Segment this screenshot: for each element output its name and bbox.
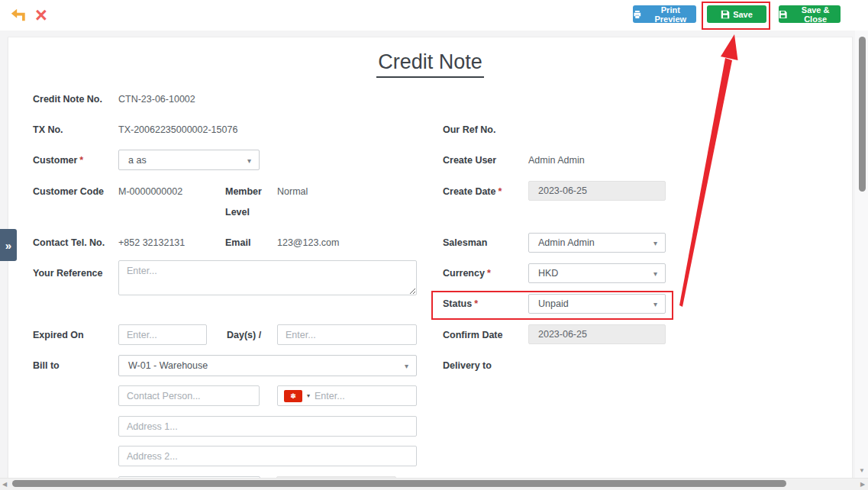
scroll-down-arrow[interactable]: ▼ — [859, 467, 865, 474]
horizontal-scrollbar-thumb[interactable] — [12, 480, 786, 487]
save-label: Save — [733, 10, 753, 19]
save-and-close-button[interactable]: Save & Close — [779, 5, 841, 23]
close-button[interactable]: × — [32, 6, 50, 24]
sidebar-expander[interactable]: » — [0, 229, 17, 261]
confirm-date-field: 2023-06-25 — [528, 324, 666, 344]
back-arrow-icon — [10, 7, 27, 24]
printer-icon — [633, 10, 642, 19]
salesman-label: Salesman — [443, 237, 487, 248]
save-and-close-label: Save & Close — [790, 5, 841, 24]
save-icon — [721, 10, 730, 19]
required-asterisk: * — [79, 155, 83, 166]
phone-placeholder: Enter... — [315, 391, 345, 401]
country-chevron-down-icon[interactable]: ▾ — [307, 392, 310, 399]
bill-to-select-value: W-01 - Warehouse — [128, 360, 208, 371]
bill-to-select[interactable]: W-01 - Warehouse ▾ — [118, 355, 417, 376]
status-select[interactable]: Unpaid ▾ — [528, 294, 666, 314]
confirm-date-label: Confirm Date — [443, 330, 502, 340]
status-select-value: Unpaid — [538, 298, 569, 309]
close-icon: × — [35, 7, 47, 24]
save-icon — [779, 10, 787, 19]
required-asterisk: * — [474, 298, 478, 309]
create-date-label: Create Date* — [443, 186, 502, 197]
customer-select[interactable]: a as ▾ — [118, 150, 260, 170]
chevron-down-icon: ▾ — [247, 156, 251, 164]
tx-no-value: TX-20062235000002-15076 — [118, 124, 237, 135]
create-user-value: Admin Admin — [528, 155, 585, 166]
currency-select[interactable]: HKD ▾ — [528, 263, 666, 283]
currency-label: Currency* — [443, 268, 491, 279]
customer-code-value: M-0000000002 — [118, 186, 182, 197]
credit-note-no-value: CTN-23-06-10002 — [118, 94, 195, 105]
print-preview-button[interactable]: Print Preview — [633, 5, 696, 23]
address2-input[interactable] — [118, 446, 417, 466]
contact-tel-value: +852 32132131 — [118, 237, 185, 248]
status-label: Status* — [443, 298, 478, 309]
vertical-scrollbar-thumb[interactable] — [859, 37, 866, 192]
create-date-value: 2023-06-25 — [538, 185, 587, 196]
required-asterisk: * — [498, 186, 502, 197]
back-button[interactable] — [9, 6, 27, 24]
expired-on-days-input[interactable] — [118, 324, 207, 345]
contact-tel-label: Contact Tel. No. — [33, 237, 105, 248]
chevron-down-icon: ▾ — [653, 300, 657, 308]
member-level-value: Normal — [277, 186, 308, 197]
delivery-to-label: Delivery to — [443, 360, 492, 371]
expired-on-label: Expired On — [33, 330, 84, 340]
double-chevron-right-icon: » — [5, 239, 11, 252]
customer-label: Customer* — [33, 155, 83, 166]
print-preview-label: Print Preview — [645, 5, 696, 24]
customer-code-label: Customer Code — [33, 186, 104, 197]
credit-note-no-label: Credit Note No. — [33, 94, 102, 105]
scroll-right-arrow[interactable]: ▶ — [860, 481, 865, 488]
page-title-wrap: Credit Note — [8, 50, 853, 78]
create-user-label: Create User — [443, 155, 496, 166]
member-level-label-line2: Level — [225, 207, 250, 218]
our-ref-no-label: Our Ref No. — [443, 124, 495, 135]
bill-to-label: Bill to — [33, 360, 60, 371]
hong-kong-flag-icon[interactable]: ✽ — [284, 390, 302, 402]
email-label: Email — [225, 237, 250, 248]
topbar: × Print Preview Save Save & Close — [0, 0, 868, 31]
confirm-date-value: 2023-06-25 — [538, 329, 587, 340]
days-separator-label: Day(s) / — [227, 330, 261, 340]
member-level-label-line1: Member — [225, 186, 262, 197]
create-date-field: 2023-06-25 — [528, 181, 666, 201]
scroll-left-arrow[interactable]: ◀ — [2, 481, 7, 488]
credit-note-screen: × Print Preview Save Save & Close Credit… — [0, 0, 868, 490]
your-reference-label: Your Reference — [33, 268, 102, 279]
contact-person-input[interactable] — [118, 385, 260, 406]
chevron-down-icon: ▾ — [653, 269, 657, 278]
salesman-select[interactable]: Admin Admin ▾ — [528, 233, 666, 253]
your-reference-textarea[interactable] — [118, 260, 417, 295]
customer-select-value: a as — [128, 155, 147, 166]
phone-input[interactable]: ✽ ▾ Enter... — [277, 385, 417, 406]
save-button[interactable]: Save — [707, 5, 766, 23]
chevron-down-icon: ▾ — [405, 362, 408, 370]
salesman-select-value: Admin Admin — [538, 237, 595, 248]
email-value: 123@123.com — [277, 237, 340, 248]
page-title: Credit Note — [376, 50, 484, 78]
expired-on-date-input[interactable] — [277, 324, 417, 345]
currency-select-value: HKD — [538, 268, 558, 279]
flag-flower-glyph: ✽ — [290, 392, 296, 400]
chevron-down-icon: ▾ — [653, 239, 657, 247]
address1-input[interactable] — [118, 416, 417, 437]
tx-no-label: TX No. — [33, 124, 63, 135]
required-asterisk: * — [487, 268, 491, 279]
